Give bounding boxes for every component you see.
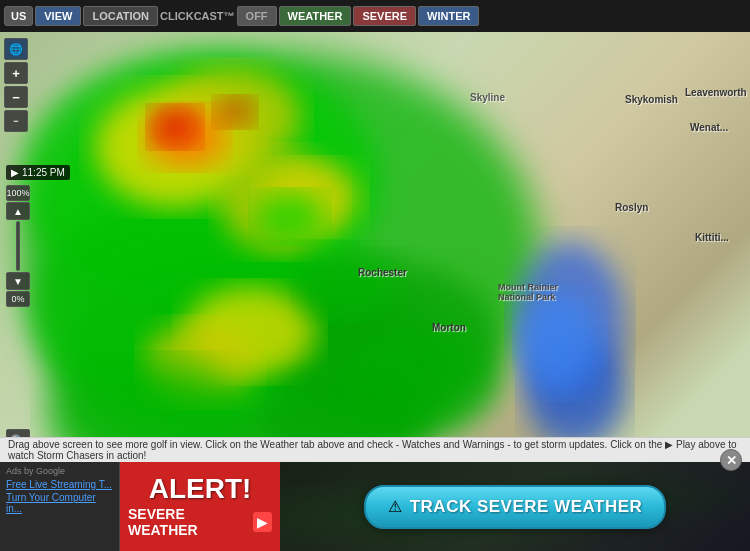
track-btn-label: TRACK SEVERE WEATHER bbox=[410, 497, 643, 517]
weather-button[interactable]: WEATHER bbox=[279, 6, 352, 26]
zoom-out-button[interactable]: − bbox=[4, 86, 28, 108]
ad-link-1[interactable]: Free Live Streaming T... bbox=[6, 479, 113, 490]
svg-point-13 bbox=[215, 97, 255, 127]
toolbar: US VIEW LOCATION CLICKCAST™ OFF WEATHER … bbox=[0, 0, 750, 32]
left-controls: 🌐 + − − bbox=[4, 38, 28, 132]
svg-point-16 bbox=[520, 292, 600, 392]
track-severe-weather-button[interactable]: ⚠ TRACK SEVERE WEATHER bbox=[364, 485, 667, 529]
opacity-zero-display: 0% bbox=[6, 291, 30, 307]
info-bar: Drag above screen to see more golf in vi… bbox=[0, 437, 750, 462]
info-text: Drag above screen to see more golf in vi… bbox=[8, 439, 742, 461]
svg-point-18 bbox=[300, 247, 400, 317]
bottom-panel: Ads by Google Free Live Streaming T... T… bbox=[0, 462, 750, 551]
svg-point-12 bbox=[150, 107, 200, 147]
time-display: ▶11:25 PM bbox=[6, 165, 70, 180]
alert-title: ALERT! bbox=[149, 475, 252, 503]
alert-subtitle: SEVERE WEATHER bbox=[128, 506, 249, 538]
ad-link-2[interactable]: Turn Your Computer in... bbox=[6, 492, 113, 514]
zoom-in-button[interactable]: + bbox=[4, 62, 28, 84]
opacity-up-button[interactable]: ▲ bbox=[6, 202, 30, 220]
location-button[interactable]: LOCATION bbox=[83, 6, 158, 26]
svg-point-17 bbox=[255, 192, 325, 242]
map-extra-button[interactable]: − bbox=[4, 110, 28, 132]
warning-icon: ⚠ bbox=[388, 497, 402, 516]
globe-button[interactable]: 🌐 bbox=[4, 38, 28, 60]
opacity-controls: 100% ▲ ▼ 0% bbox=[6, 185, 30, 307]
us-button[interactable]: US bbox=[4, 6, 33, 26]
opacity-down-button[interactable]: ▼ bbox=[6, 272, 30, 290]
opacity-pct-display: 100% bbox=[6, 185, 30, 201]
view-button[interactable]: VIEW bbox=[35, 6, 81, 26]
radar-overlay bbox=[0, 32, 750, 462]
alert-arrow-icon[interactable]: ▶ bbox=[253, 512, 272, 532]
alert-section[interactable]: ALERT! SEVERE WEATHER ▶ bbox=[120, 462, 280, 551]
severe-button[interactable]: SEVERE bbox=[353, 6, 416, 26]
close-button[interactable]: ✕ bbox=[720, 449, 742, 471]
map-container[interactable]: Skykomish Roslyn Rochester Morton Leaven… bbox=[0, 32, 750, 462]
ads-by-google-label: Ads by Google bbox=[6, 466, 113, 476]
clickcast-label: CLICKCAST™ bbox=[160, 10, 235, 22]
off-button[interactable]: OFF bbox=[237, 6, 277, 26]
ad-section: Ads by Google Free Live Streaming T... T… bbox=[0, 462, 120, 551]
alert-subtitle-row: SEVERE WEATHER ▶ bbox=[128, 506, 272, 538]
winter-button[interactable]: WINTER bbox=[418, 6, 479, 26]
track-section: ⚠ TRACK SEVERE WEATHER bbox=[280, 462, 750, 551]
opacity-slider[interactable] bbox=[16, 221, 20, 271]
